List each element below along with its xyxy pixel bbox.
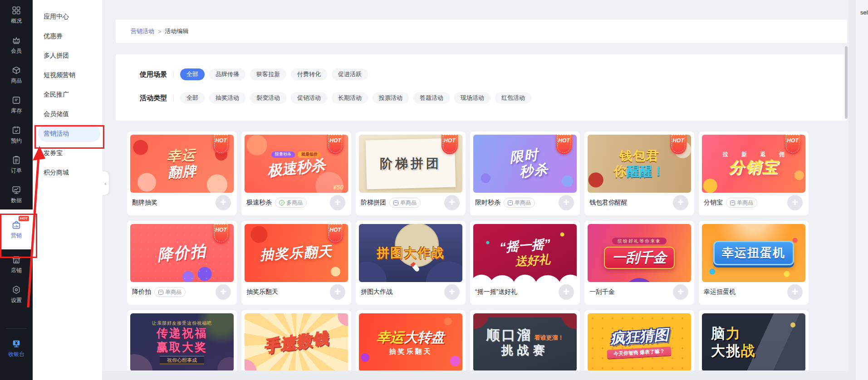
add-activity-button[interactable] [216,195,231,210]
sidebar-item-booking[interactable]: 预约 [0,120,33,150]
add-activity-button[interactable] [330,195,345,210]
add-activity-button[interactable] [673,284,688,300]
inventory-doc-icon [11,95,21,105]
activity-card: 拼图大作战拼图大作战 [356,221,466,305]
hot-badge: HOT [19,216,29,221]
hot-ribbon: HOT [213,224,229,244]
banner-text: 祝你心想事成 [160,356,204,365]
submenu-item-coupon-sender[interactable]: 发券宝 [33,143,102,163]
banner-lines: 顺口溜看谁更溜！挑战赛 [473,313,577,371]
activity-banner: 抽奖乐翻天HOT [245,224,348,282]
filter-option[interactable]: 答题活动 [413,92,450,104]
add-activity-button[interactable] [673,195,688,210]
sidebar-item-data[interactable]: 数据 [0,180,33,209]
activity-banner: 限量秒杀就是低价极速秒杀¥50HOT [245,135,348,193]
filter-option[interactable]: 付费转化 [291,68,327,80]
submenu-item-app-center[interactable]: 应用中心 [33,7,102,26]
sidebar-collapse-handle[interactable] [102,171,109,195]
sidebar-item-shop[interactable]: 店铺 [0,249,33,279]
sidebar-item-cashier[interactable]: 收银台 [0,333,33,363]
sidebar-item-label: 收银台 [8,351,25,358]
add-activity-button[interactable] [216,284,231,300]
add-activity-button[interactable] [559,195,574,210]
activity-title: 幸运扭蛋机 [704,288,736,296]
filter-option[interactable]: 促进活跃 [332,68,368,80]
submenu-item-marketing-activity[interactable]: 营销活动 [38,125,100,142]
filter-option[interactable]: 全部 [180,92,205,104]
marketing-submenu: 应用中心优惠券多人拼团短视频营销全民推广会员储值营销活动发券宝积分商城 [33,0,102,380]
filter-option[interactable]: 投票活动 [373,92,409,104]
banner-text: 力 [726,326,741,342]
sidebar-item-label: 设置 [11,297,22,304]
activity-banner: “摇一摇”送好礼 [473,224,577,282]
check-circle-icon [279,200,284,205]
data-monitor-icon [11,185,21,195]
filter-option[interactable]: 促销活动 [291,92,327,104]
sidebar-item-marketing[interactable]: 营销HOT [0,209,33,249]
sidebar-item-orders[interactable]: 订单 [0,150,33,180]
activity-title: 降价拍 [132,288,151,296]
sidebar-item-label: 店铺 [11,267,22,274]
banner-text: “摇一摇” [499,237,551,255]
banner-text: 战 [741,343,756,359]
submenu-item-promotion[interactable]: 全民推广 [33,85,102,104]
activity-card: 顺口溜看谁更溜！挑战赛 [470,310,580,380]
filter-option[interactable]: 全部 [180,68,205,80]
banner-text: ¥50 [333,184,343,191]
activity-card: 脑力大挑战 [699,310,809,380]
product-scope-tag: 多商品 [275,198,307,208]
add-activity-button[interactable] [787,284,803,300]
banner-text: 幸运 [377,330,404,346]
add-activity-button[interactable] [559,284,574,300]
banner-text: 钱包君 [620,149,659,163]
filter-option[interactable]: 裂变活动 [250,92,286,104]
add-activity-button[interactable] [787,195,803,210]
banner-lines: 疯狂猜图今天你智商 爆表了嘛？ [588,313,691,371]
sidebar-item-overview[interactable]: 概况 [0,0,33,30]
filter-option[interactable]: 抽奖活动 [209,92,245,104]
filter-option[interactable]: 获客拉新 [250,68,286,80]
banner-text: 缤纷好礼等你来拿 [612,238,667,245]
filter-panel: 使用场景全部品牌传播获客拉新付费转化促进活跃活动类型全部抽奖活动裂变活动促销活动… [116,54,847,121]
submenu-item-points-mall[interactable]: 积分商城 [33,163,102,182]
filter-option[interactable]: 红包活动 [495,92,531,104]
sidebar-item-inventory[interactable]: 库存 [0,90,33,120]
submenu-item-stored-value[interactable]: 会员储值 [33,104,102,124]
breadcrumb-current: 活动编辑 [165,27,189,35]
banner-text: 手速数钱 [263,329,330,356]
banner-lines: 手速数钱 [245,313,348,371]
filter-option[interactable]: 品牌传播 [209,68,245,80]
banner-text: 拼图大作战 [377,246,445,260]
banner-text: 阶梯拼团 [380,156,441,171]
filter-row-label: 使用场景 [140,70,167,79]
card-info-row: 钱包君你醒醒 [588,193,691,213]
activity-card: 让亲朋好友接受这份祝福吧传递祝福赢取大奖祝你心想事成 [127,310,237,380]
sidebar-item-goods[interactable]: 商品 [0,60,33,90]
banner-text: 抽奖乐翻天 [389,347,432,355]
submenu-item-coupons[interactable]: 优惠券 [33,26,102,46]
banner-text-row: 顺口溜看谁更溜！ [486,327,564,343]
add-activity-button[interactable] [444,284,460,300]
shop-store-icon [11,255,21,265]
sidebar-item-settings[interactable]: 设置 [0,279,33,309]
banner-text: 传递祝福 [157,326,207,340]
activity-banner: 降价拍HOT [130,224,234,282]
activity-title: 抽奖乐翻天 [246,288,278,296]
add-activity-button[interactable] [444,195,460,210]
submenu-item-short-video[interactable]: 短视频营销 [33,65,102,85]
submenu-item-group-buying[interactable]: 多人拼团 [33,46,102,65]
banner-text: 赢取大奖 [157,341,207,354]
product-box-icon [158,290,163,295]
vertical-scrollbar-thumb[interactable] [845,46,848,119]
activity-card: 缤纷好礼等你来拿一刮千金一刮千金 [584,221,694,305]
settings-gear-icon [11,285,21,295]
banner-text: 极速秒杀 [266,156,326,179]
add-activity-button[interactable] [330,284,345,300]
sidebar-item-members[interactable]: 会员 [0,30,33,60]
filter-option[interactable]: 现场活动 [454,92,490,104]
filter-option[interactable]: 长期活动 [332,92,368,104]
breadcrumb-parent-link[interactable]: 营销活动 [131,27,154,35]
product-scope-tag: 单商品 [389,198,421,208]
banner-text: 送好礼 [515,253,551,268]
hot-ribbon: HOT [441,135,458,154]
